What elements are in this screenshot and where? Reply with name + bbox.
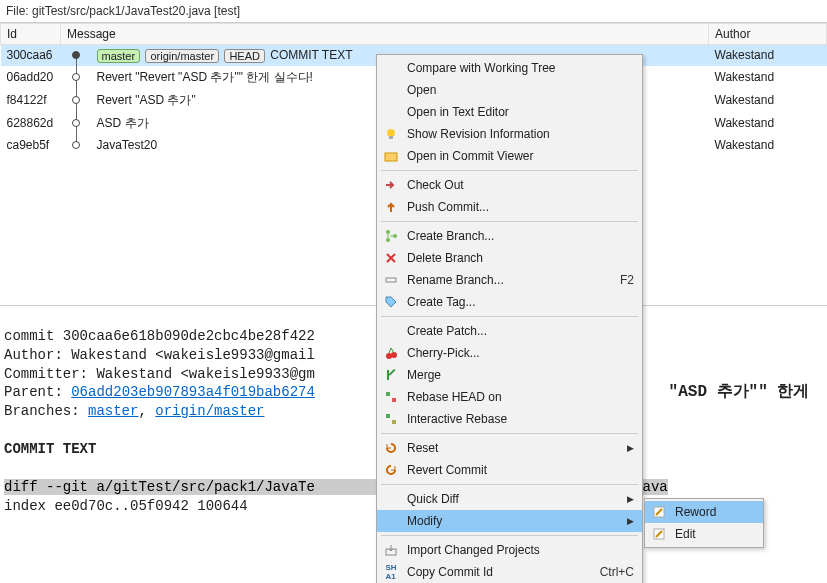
menu-modify[interactable]: Modify▶	[377, 510, 642, 532]
menu-create-tag[interactable]: Create Tag...	[377, 291, 642, 313]
cherry-icon	[381, 346, 401, 360]
revert-icon	[381, 463, 401, 477]
commit-id: ca9eb5f	[1, 135, 61, 155]
submenu-reword[interactable]: Reword	[645, 501, 763, 523]
menu-quick-diff[interactable]: Quick Diff▶	[377, 488, 642, 510]
menu-rename-branch[interactable]: Rename Branch...F2	[377, 269, 642, 291]
svg-rect-6	[386, 278, 396, 282]
import-icon	[381, 543, 401, 557]
menu-open-commit-viewer[interactable]: Open in Commit Viewer	[377, 145, 642, 167]
col-id[interactable]: Id	[1, 24, 61, 45]
rename-icon	[381, 273, 401, 287]
branch-link[interactable]: master	[88, 403, 138, 419]
graph-cell	[61, 135, 91, 155]
menu-reset[interactable]: Reset▶	[377, 437, 642, 459]
menu-open[interactable]: Open	[377, 79, 642, 101]
graph-cell	[61, 66, 91, 89]
edit-icon	[649, 527, 669, 541]
menu-compare[interactable]: Compare with Working Tree	[377, 57, 642, 79]
svg-point-5	[393, 234, 397, 238]
menu-interactive-rebase[interactable]: Interactive Rebase	[377, 408, 642, 430]
col-author[interactable]: Author	[709, 24, 827, 45]
svg-rect-1	[389, 136, 393, 139]
bulb-icon	[381, 127, 401, 141]
menu-import-projects[interactable]: Import Changed Projects	[377, 539, 642, 561]
menu-merge[interactable]: Merge	[377, 364, 642, 386]
push-icon	[381, 200, 401, 214]
commit-author: Wakestand	[709, 66, 827, 89]
edit-icon	[649, 505, 669, 519]
menu-rebase-head[interactable]: Rebase HEAD on	[377, 386, 642, 408]
merge-icon	[381, 368, 401, 382]
svg-point-7	[386, 353, 392, 359]
submenu-edit[interactable]: Edit	[645, 523, 763, 545]
svg-rect-10	[392, 398, 396, 402]
svg-point-4	[386, 238, 390, 242]
rebase-icon	[381, 390, 401, 404]
svg-point-0	[387, 129, 395, 137]
menu-revert[interactable]: Revert Commit	[377, 459, 642, 481]
svg-rect-9	[386, 392, 390, 396]
delete-icon	[381, 251, 401, 265]
head-tag: HEAD	[224, 49, 265, 63]
col-message[interactable]: Message	[61, 24, 709, 45]
context-menu: Compare with Working Tree Open Open in T…	[376, 54, 643, 583]
modify-submenu: Reword Edit	[644, 498, 764, 548]
graph-cell	[61, 89, 91, 112]
commit-id: 06add20	[1, 66, 61, 89]
menu-delete-branch[interactable]: Delete Branch	[377, 247, 642, 269]
svg-point-3	[386, 230, 390, 234]
graph-cell	[61, 45, 91, 66]
branch-tag: origin/master	[145, 49, 219, 63]
menu-show-revision[interactable]: Show Revision Information	[377, 123, 642, 145]
branch-icon	[381, 229, 401, 243]
rebase-icon	[381, 412, 401, 426]
table-header-row: Id Message Author	[1, 24, 827, 45]
commit-author: Wakestand	[709, 135, 827, 155]
sha-icon: SHA1	[381, 563, 401, 581]
commit-id: f84122f	[1, 89, 61, 112]
menu-copy-commit-id[interactable]: SHA1Copy Commit IdCtrl+C	[377, 561, 642, 583]
reset-icon	[381, 441, 401, 455]
folder-icon	[381, 149, 401, 163]
checkout-icon	[381, 178, 401, 192]
graph-cell	[61, 112, 91, 135]
menu-cherry-pick[interactable]: Cherry-Pick...	[377, 342, 642, 364]
svg-rect-11	[386, 414, 390, 418]
branch-tag: master	[97, 49, 141, 63]
parent-link[interactable]: 06add203eb907893a4f019bab6274	[71, 384, 315, 400]
menu-checkout[interactable]: Check Out	[377, 174, 642, 196]
menu-create-patch[interactable]: Create Patch...	[377, 320, 642, 342]
tag-icon	[381, 295, 401, 309]
svg-rect-12	[392, 420, 396, 424]
commit-author: Wakestand	[709, 112, 827, 135]
file-path-bar: File: gitTest/src/pack1/JavaTest20.java …	[0, 0, 827, 22]
menu-create-branch[interactable]: Create Branch...	[377, 225, 642, 247]
menu-push[interactable]: Push Commit...	[377, 196, 642, 218]
commit-subject-right: "ASD 추가"" 한게	[669, 382, 819, 404]
commit-author: Wakestand	[709, 89, 827, 112]
branch-link[interactable]: origin/master	[155, 403, 264, 419]
svg-rect-2	[385, 153, 397, 161]
menu-open-editor[interactable]: Open in Text Editor	[377, 101, 642, 123]
commit-author: Wakestand	[709, 45, 827, 66]
commit-id: 628862d	[1, 112, 61, 135]
commit-id: 300caa6	[1, 45, 61, 66]
